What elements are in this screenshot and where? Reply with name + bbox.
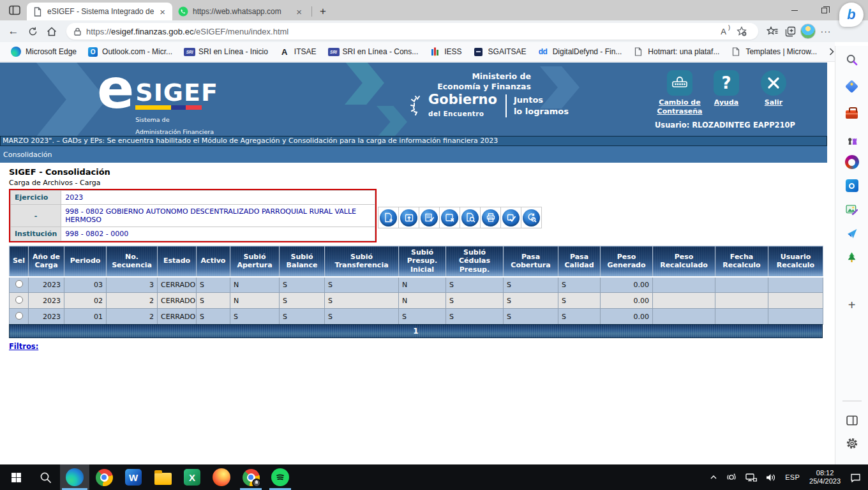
tab-esigef[interactable]: eSIGEF - Sistema Integrado de Ge ×: [27, 3, 172, 20]
lock-icon: [74, 27, 81, 36]
bookmark-sgaitsae[interactable]: SGAITSAE: [468, 47, 532, 57]
bookmark-edge[interactable]: Microsoft Edge: [5, 47, 82, 57]
preview-record-button[interactable]: [460, 207, 481, 228]
sri-icon: SRI: [328, 47, 338, 57]
page-icon: [731, 47, 741, 57]
add-favorite-icon[interactable]: [733, 22, 751, 40]
taskbar-search-icon[interactable]: [31, 464, 60, 490]
change-password-button[interactable]: Cambio de Contraseña: [652, 70, 707, 116]
bookmark-digitaldefynd[interactable]: ddDigitalDefynd - Fin...: [532, 47, 628, 57]
menu-item-consolidacion[interactable]: Consolidación: [3, 151, 52, 159]
cell: [768, 293, 823, 309]
tab-close-icon[interactable]: ×: [295, 7, 303, 17]
sidebar-customize-icon[interactable]: [843, 412, 861, 429]
col-balance: Subió Balance: [280, 246, 325, 277]
rays-icon: [410, 94, 426, 117]
taskbar-chrome-icon[interactable]: [89, 464, 119, 490]
row-select-radio[interactable]: [15, 280, 23, 288]
recalculate-search-button[interactable]: [521, 207, 542, 228]
help-icon: ?: [714, 70, 739, 96]
sidebar-tools-icon[interactable]: [843, 105, 861, 123]
tray-volume-icon[interactable]: [761, 464, 781, 490]
read-aloud-icon[interactable]: A: [721, 27, 726, 36]
minimize-button[interactable]: [780, 0, 809, 20]
cell: [10, 277, 29, 293]
col-anio: Año de Carga: [29, 246, 64, 277]
bookmark-templates[interactable]: Templates | Microw...: [725, 47, 823, 57]
tray-network-icon[interactable]: [741, 464, 761, 490]
cell: S: [197, 309, 230, 325]
bookmark-iess[interactable]: IESS: [424, 47, 467, 57]
edge-icon: [11, 47, 21, 57]
bookmark-outlook[interactable]: OOutlook.com - Micr...: [82, 47, 178, 57]
pagination[interactable]: 1: [9, 324, 823, 338]
restore-button[interactable]: [809, 0, 839, 20]
taskbar-firefox-icon[interactable]: [207, 464, 236, 490]
col-activo: Activo: [197, 246, 230, 277]
sidebar-image-creator-icon[interactable]: [843, 200, 861, 218]
upload-save-button[interactable]: [398, 207, 419, 228]
bookmark-hotmart[interactable]: Hotmart: una plataf...: [627, 47, 725, 57]
delete-record-button[interactable]: [439, 207, 460, 228]
refresh-button[interactable]: [23, 22, 42, 40]
favorites-icon[interactable]: [763, 22, 781, 40]
cell: S: [280, 277, 325, 293]
table-row: 2023 02 2 CERRADO S N S S N S S S 0.00: [10, 293, 823, 309]
sidebar-tree-icon[interactable]: [843, 248, 861, 266]
logo-sigef: SIGEF: [135, 78, 218, 107]
taskbar-excel-icon[interactable]: X: [177, 464, 207, 490]
taskbar-file-explorer-icon[interactable]: [148, 464, 177, 490]
cell: S: [504, 277, 558, 293]
taskbar-chrome-profile-icon[interactable]: [236, 464, 266, 490]
tray-camera-icon[interactable]: [722, 464, 741, 490]
logged-user: Usuario: RLOZADINTEG: [655, 121, 751, 130]
new-record-button[interactable]: [378, 207, 399, 228]
sidebar-search-icon[interactable]: [843, 51, 861, 69]
sidebar-microsoft-365-icon[interactable]: [843, 153, 861, 171]
settings-more-icon[interactable]: ···: [817, 22, 835, 40]
sidebar-add-icon[interactable]: +: [843, 296, 861, 314]
tab-workspaces-icon[interactable]: [6, 4, 23, 17]
cell: 2023: [29, 293, 64, 309]
tray-clock[interactable]: 08:1225/4/2023: [804, 469, 846, 486]
row-select-radio[interactable]: [15, 296, 23, 304]
filters-link[interactable]: Filtros:: [9, 342, 38, 351]
sidebar-divider: [842, 401, 862, 401]
profile-avatar[interactable]: [799, 22, 817, 40]
table-row: 2023 03 3 CERRADO S N S S N S S S 0.00: [10, 277, 823, 293]
bing-discover-button[interactable]: b: [839, 3, 864, 27]
taskbar-spotify-icon[interactable]: [266, 464, 295, 490]
start-button[interactable]: [1, 464, 31, 490]
exit-button[interactable]: Salir: [753, 70, 794, 107]
sidebar-drop-icon[interactable]: [843, 225, 861, 242]
tab-whatsapp[interactable]: https://web.whatsapp.com ×: [172, 3, 309, 20]
tab-close-icon[interactable]: ×: [158, 7, 167, 17]
tray-language[interactable]: ESP: [781, 464, 804, 490]
bookmark-sri-inicio[interactable]: SRISRI en Línea - Inicio: [178, 47, 274, 57]
home-button[interactable]: [42, 22, 61, 40]
cell: S: [230, 309, 280, 325]
bookmark-sri-cons[interactable]: SRISRI en Línea - Cons...: [322, 47, 424, 57]
bookmark-itsae[interactable]: AITSAE: [274, 47, 322, 57]
sidebar-outlook-icon[interactable]: [843, 177, 861, 195]
cell: 2023: [29, 309, 64, 325]
address-bar[interactable]: https://esigef.finanzas.gob.ec/eSIGEF/me…: [66, 23, 758, 40]
back-button[interactable]: ←: [4, 22, 23, 40]
help-button[interactable]: ? Ayuda: [706, 70, 747, 107]
sidebar-settings-gear-icon[interactable]: [843, 434, 861, 452]
print-button[interactable]: [480, 207, 501, 228]
taskbar-word-icon[interactable]: W: [119, 464, 148, 490]
new-tab-button[interactable]: +: [315, 3, 331, 20]
taskbar-edge-icon[interactable]: [60, 464, 89, 490]
collections-icon[interactable]: [781, 22, 799, 40]
tray-chevron-icon[interactable]: [705, 464, 722, 490]
approve-record-button[interactable]: [500, 207, 521, 228]
col-peso-generado: Peso Generado: [601, 246, 653, 277]
row-select-radio[interactable]: [15, 312, 23, 320]
col-transferencia: Subió Transferencia: [325, 246, 399, 277]
validate-record-button[interactable]: [419, 207, 440, 228]
sidebar-shopping-icon[interactable]: [843, 77, 861, 95]
sidebar-games-icon[interactable]: [843, 131, 861, 149]
cell: S: [399, 309, 446, 325]
tray-notifications-icon[interactable]: [846, 464, 865, 490]
